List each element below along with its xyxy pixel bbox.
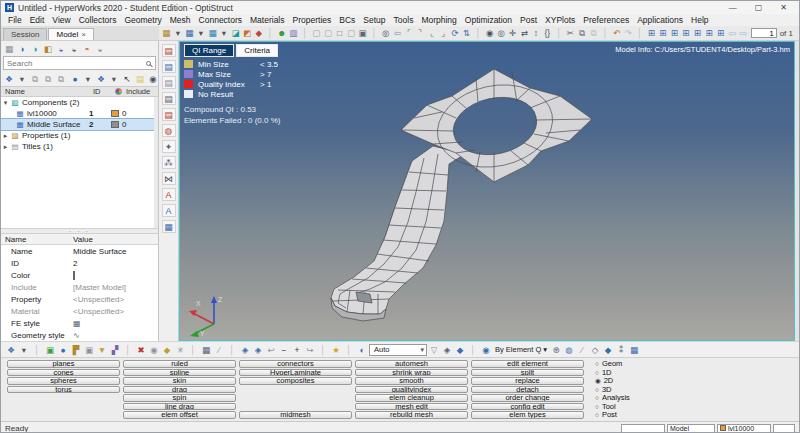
entity-view-icon[interactable]: ◑ [29,43,41,55]
organize-icon[interactable]: ▛ [70,344,82,356]
paste-icon[interactable]: ⧉ [588,27,599,39]
zoom-in-icon[interactable]: + [291,344,303,356]
panel-button[interactable]: spline [123,369,236,377]
flip-view-icon[interactable]: ⇅ [461,27,472,39]
import-icon[interactable]: ◪ [230,27,241,39]
copy-icon[interactable]: ⧉ [577,27,588,39]
tab-criteria[interactable]: Criteria [236,44,278,57]
page-number-input[interactable] [751,28,777,38]
panel-button[interactable]: mesh edit [355,403,468,411]
caret-icon[interactable]: ▾ [18,344,30,356]
element-color-icon[interactable]: ◉ [480,344,492,356]
panel-button[interactable]: ruled [123,360,236,368]
visualization-icon[interactable]: ⊛ [550,344,562,356]
rotate-view-icon[interactable]: ⟳ [450,27,461,39]
menu-item[interactable]: Mesh [166,15,195,25]
delete-icon[interactable]: ✖ [135,344,147,356]
translate-icon[interactable]: ⇄ [519,27,530,39]
panel-button[interactable]: torus [7,386,120,394]
set-view-icon[interactable]: ◒ [55,43,67,55]
feature-angle-icon[interactable]: ▽ [428,344,440,356]
edges-icon[interactable]: ∕ [576,344,588,356]
separator[interactable]: │ [226,344,238,356]
annotate-icon[interactable]: A [162,188,176,201]
panel-button[interactable]: automesh [355,360,468,368]
color-by-select[interactable]: By Element Q▾ [493,345,549,354]
property-row-geometry-style[interactable]: Geometry style∿ [1,329,158,341]
menu-item[interactable]: Materials [246,15,288,25]
menu-item[interactable]: Setup [359,15,389,25]
panel-button[interactable]: config edit [471,403,584,411]
page-radio[interactable]: ○Tool [595,403,643,411]
browser-mode-icon[interactable]: ◒ [94,43,106,55]
page-radio[interactable]: ◉2D [595,377,643,385]
save-model-icon[interactable]: ▦ [207,27,218,39]
vertical-pan-icon[interactable]: ↕ [531,27,542,39]
page-window-icon[interactable]: ⊞ [704,27,715,39]
separator[interactable]: │ [600,27,611,39]
panel-button[interactable]: smooth [355,377,468,385]
menu-item[interactable]: Tools [390,15,418,25]
caret-icon[interactable]: ▾ [108,73,120,85]
panel-button[interactable]: drag [123,386,236,394]
page-radio[interactable]: ○Post [595,411,643,419]
session-icon[interactable]: ▦ [161,27,172,39]
separator[interactable]: │ [187,344,199,356]
caret-icon[interactable]: ▾ [82,73,94,85]
page-radio[interactable]: ○1D [595,369,643,377]
menu-item[interactable]: Collectors [75,15,121,25]
color-swatch[interactable] [73,271,75,280]
separator[interactable]: │ [467,344,479,356]
window-layout-icon[interactable]: ▢ [323,27,334,39]
page-window-icon[interactable]: ⊞ [681,27,692,39]
panel-button[interactable]: rebuild mesh [355,411,468,419]
component-color-swatch[interactable] [111,110,119,117]
menu-item[interactable]: XYPlots [541,15,579,25]
tree-item-titles[interactable]: ▸ ▤ Titles (1) [1,141,154,152]
tree-item-components[interactable]: ▾ ▧ Components (2) [1,97,154,108]
plot-arrow-icon[interactable]: ⇦ [392,27,403,39]
page-window-icon[interactable]: ⊞ [692,27,703,39]
collapse-arrow-icon[interactable]: ▸ [1,132,10,140]
renumber-icon[interactable]: ▞ [109,344,121,356]
shade-mode-select[interactable]: Auto▾ [369,344,427,356]
menu-item[interactable]: BCs [335,15,359,25]
find-entities-icon[interactable]: ✦ [162,140,176,153]
link-entity-icon[interactable]: ⧉ [29,73,41,85]
panel-button[interactable]: shrink wrap [355,369,468,377]
previous-page-icon[interactable]: ⇦ [728,28,736,39]
page-window-icon[interactable]: ⊞ [658,27,669,39]
caret-icon[interactable]: ▾ [173,27,184,39]
separator[interactable]: │ [122,344,134,356]
zoom-in-icon[interactable]: ◉ [484,27,495,39]
panel-button[interactable]: composites [239,377,352,385]
undo-view-icon[interactable]: ↩ [265,344,277,356]
wireframe-icon[interactable]: ◈ [441,344,453,356]
model-view-icon[interactable]: ◑ [16,43,28,55]
property-row-color[interactable]: Color [1,269,158,281]
close-button[interactable]: ✕ [780,3,787,12]
numbers-icon[interactable]: ⁂ [162,156,176,169]
panel-button[interactable]: replace [471,377,584,385]
separator[interactable]: │ [634,27,645,39]
redo-view-icon[interactable]: ↪ [304,344,316,356]
panel-button[interactable]: detach [471,386,584,394]
caret-icon[interactable]: ▾ [196,27,207,39]
collector-icon[interactable]: ▼ [96,344,108,356]
show-icon[interactable]: ◉ [147,73,159,85]
menu-item[interactable]: Preferences [579,15,633,25]
collapse-arrow-icon[interactable]: ▸ [1,143,10,151]
panel-button[interactable]: order change [471,394,584,402]
tab-session[interactable]: Session [3,28,47,40]
braces-icon[interactable]: {} [542,27,553,39]
favorites-icon[interactable]: ★ [330,344,342,356]
panel-button[interactable]: qualityindex [355,386,468,394]
label-icon[interactable]: A [162,204,176,217]
expand-window-icon[interactable]: □ [334,27,345,39]
property-row-property[interactable]: Property<Unspecified> [1,293,158,305]
mask-icon[interactable]: ▤ [162,60,176,73]
tree-item-middle-surface[interactable]: ▦ Middle Surface 2 0 [1,119,154,130]
zoom-out-icon[interactable]: − [278,344,290,356]
column-name[interactable]: Name [1,87,93,96]
minimize-button[interactable]: — [729,3,737,12]
